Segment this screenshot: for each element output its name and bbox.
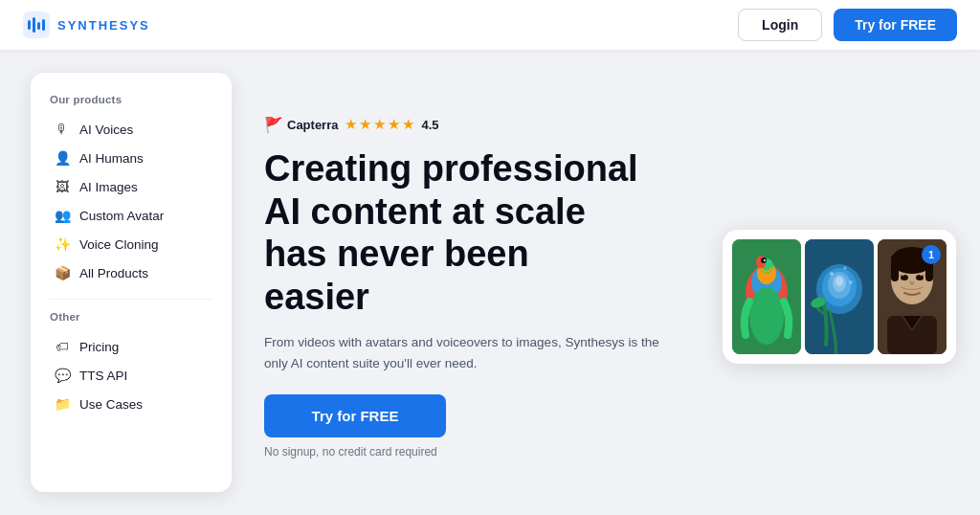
capterra-flag-icon: 🚩	[264, 116, 283, 134]
menu-label-ai-images: AI Images	[79, 180, 138, 194]
no-signup-text: No signup, no credit card required	[264, 445, 706, 459]
logo-icon	[23, 11, 50, 38]
svg-point-19	[835, 277, 843, 286]
hero-title-line3: has never been	[264, 234, 529, 274]
hero-title-line2: AI content at scale	[264, 191, 586, 232]
star-1: ★	[345, 116, 357, 133]
star-2: ★	[359, 116, 371, 133]
logo-text: SYNTHESYS	[57, 18, 150, 33]
products-dropdown: Our products 🎙 AI Voices 👤 AI Humans 🖼 A…	[31, 73, 232, 492]
header-actions: Login Try for FREE	[738, 9, 957, 41]
chat-icon: 💬	[54, 368, 71, 383]
svg-rect-28	[891, 255, 899, 281]
badge-number: 1	[928, 249, 934, 260]
menu-item-ai-images[interactable]: 🖼 AI Images	[50, 172, 212, 201]
menu-label-all-products: All Products	[79, 266, 148, 280]
svg-rect-0	[23, 11, 50, 38]
menu-label-tts-api: TTS API	[79, 369, 127, 383]
section-label-products: Our products	[50, 94, 212, 105]
tag-icon: 🏷	[54, 339, 71, 354]
hero-title-line1: Creating professional	[264, 148, 638, 189]
section-label-other: Other	[50, 311, 212, 323]
rose-image	[805, 239, 874, 354]
svg-rect-3	[37, 22, 40, 30]
avatar-icon: 👥	[54, 208, 71, 223]
svg-rect-2	[33, 17, 35, 33]
microphone-icon: 🎙	[54, 122, 71, 137]
login-button[interactable]: Login	[738, 9, 822, 41]
star-rating: ★ ★ ★ ★ ★	[345, 116, 414, 133]
menu-label-voice-cloning: Voice Cloning	[79, 237, 159, 252]
menu-item-ai-humans[interactable]: 👤 AI Humans	[50, 144, 212, 172]
menu-item-all-products[interactable]: 📦 All Products	[50, 258, 212, 287]
svg-point-12	[764, 259, 766, 261]
collage-image-rose	[805, 239, 874, 354]
menu-label-pricing: Pricing	[79, 340, 119, 354]
menu-item-pricing[interactable]: 🏷 Pricing	[50, 332, 212, 361]
svg-point-22	[844, 267, 847, 270]
collage-wrapper: 1	[723, 230, 956, 364]
logo: SYNTHESYS	[23, 11, 150, 38]
menu-label-custom-avatar: Custom Avatar	[79, 209, 164, 223]
capterra-row: 🚩 Capterra ★ ★ ★ ★ ★ 4.5	[264, 116, 706, 134]
svg-rect-1	[28, 20, 31, 30]
menu-label-use-cases: Use Cases	[79, 397, 143, 412]
menu-label-ai-voices: AI Voices	[79, 123, 133, 137]
menu-item-use-cases[interactable]: 📁 Use Cases	[50, 390, 212, 418]
box-icon: 📦	[54, 265, 71, 280]
collage-image-parrot	[732, 239, 801, 354]
image-collage: 1	[729, 101, 949, 492]
menu-divider	[50, 299, 212, 300]
star-4: ★	[388, 116, 400, 133]
main-content: Our products 🎙 AI Voices 👤 AI Humans 🖼 A…	[0, 50, 980, 515]
menu-label-ai-humans: AI Humans	[79, 151, 144, 166]
menu-item-tts-api[interactable]: 💬 TTS API	[50, 361, 212, 390]
svg-rect-4	[42, 19, 45, 31]
star-5: ★	[402, 116, 414, 133]
menu-item-custom-avatar[interactable]: 👥 Custom Avatar	[50, 201, 212, 230]
menu-item-ai-voices[interactable]: 🎙 AI Voices	[50, 115, 212, 144]
capterra-name: Capterra	[287, 118, 338, 132]
svg-point-21	[830, 272, 834, 276]
hero-title: Creating professional AI content at scal…	[264, 147, 676, 319]
image-icon: 🖼	[54, 179, 71, 194]
folder-icon: 📁	[54, 396, 71, 412]
voice-cloning-icon: ✨	[54, 236, 71, 252]
capterra-logo: 🚩 Capterra	[264, 116, 338, 134]
hero-description: From videos with avatars and voiceovers …	[264, 332, 666, 373]
collage-badge: 1	[922, 245, 941, 264]
person-image: 1	[878, 239, 947, 354]
hero-section: 🚩 Capterra ★ ★ ★ ★ ★ 4.5 Creating profes…	[255, 73, 706, 492]
hero-title-line4: easier	[264, 277, 369, 317]
try-free-button-header[interactable]: Try for FREE	[834, 9, 957, 41]
star-3: ★	[373, 116, 386, 133]
person-icon: 👤	[54, 150, 71, 166]
collage-image-person: 1	[878, 239, 947, 354]
try-free-button-hero[interactable]: Try for FREE	[264, 394, 446, 437]
parrot-image	[732, 239, 801, 354]
menu-item-voice-cloning[interactable]: ✨ Voice Cloning	[50, 230, 212, 258]
header: SYNTHESYS Login Try for FREE	[0, 0, 980, 50]
svg-point-13	[749, 287, 784, 345]
svg-point-23	[849, 280, 853, 284]
rating-number: 4.5	[421, 118, 438, 132]
